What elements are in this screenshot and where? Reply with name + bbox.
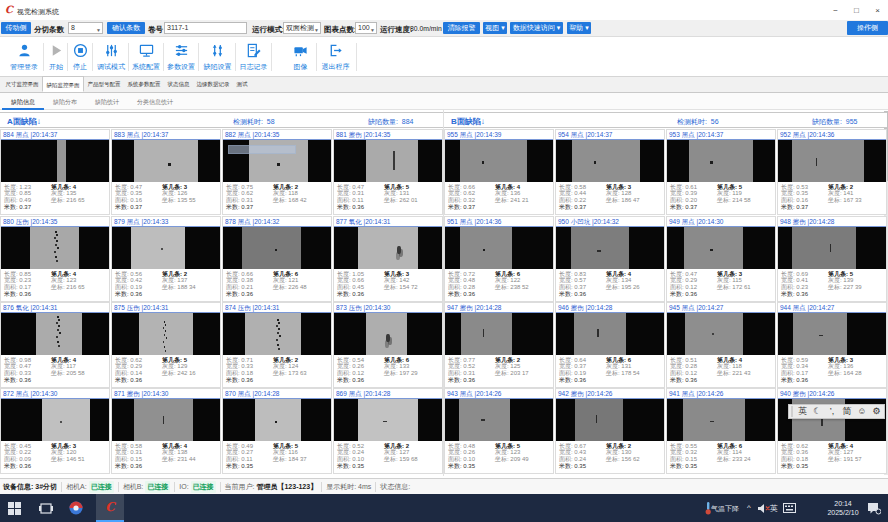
defect-card-945[interactable]: 945 黑点 |20:14:27长度: 0.51 宽度: 0.28 面积: 0.… (666, 302, 776, 388)
tab-6[interactable]: 测试 (233, 76, 251, 92)
defect-image[interactable] (1, 227, 109, 269)
action-exit[interactable]: 退出程序 (319, 42, 352, 72)
card-header[interactable]: 869 黑点 |20:14:28 (334, 389, 442, 399)
defect-image[interactable] (1, 140, 109, 182)
defect-card-871[interactable]: 871 擦伤 |20:14:30长度: 0.58 宽度: 0.31 面积: 0.… (111, 388, 221, 474)
card-header[interactable]: 948 擦伤 |20:14:28 (778, 217, 886, 227)
defect-card-951[interactable]: 951 黑点 |20:14:36长度: 0.72 宽度: 0.48 面积: 0.… (444, 216, 554, 302)
defect-image[interactable] (1, 399, 109, 441)
maximize-button[interactable]: □ (846, 4, 867, 17)
run-mode-select[interactable]: 双面检测▼ (283, 22, 321, 34)
defect-card-955[interactable]: 955 黑点 |20:14:39长度: 0.66 宽度: 0.62 面积: 0.… (444, 129, 554, 215)
defect-image[interactable] (445, 227, 553, 269)
card-header[interactable]: 873 压伤 |20:14:30 (334, 303, 442, 313)
action-monitor[interactable]: 系统配置 (130, 42, 162, 72)
view-button[interactable]: 视图 ▾ (483, 22, 507, 34)
tab-0[interactable]: 尺寸监控界面 (2, 76, 42, 92)
ime-language-indicator[interactable]: 英 (770, 503, 778, 514)
confirm-count-button[interactable]: 确认条数 (107, 22, 145, 34)
card-header[interactable]: 884 黑点 |20:14:37 (1, 130, 109, 140)
quick-access-button[interactable]: 数据快速访问 ▾ (510, 22, 563, 34)
defect-card-946[interactable]: 946 擦伤 |20:14:28长度: 0.64 宽度: 0.37 面积: 0.… (555, 302, 665, 388)
action-camera[interactable]: 图像 (287, 42, 314, 72)
card-header[interactable]: 947 擦伤 |20:14:28 (445, 303, 553, 313)
tab-3[interactable]: 系统参数配置 (124, 76, 164, 92)
card-header[interactable]: 879 黑点 |20:14:33 (112, 217, 220, 227)
card-header[interactable]: 872 黑点 |20:14:30 (1, 389, 109, 399)
action-defect[interactable]: 缺陷设置 (201, 42, 234, 72)
defect-card-942[interactable]: 942 擦伤 |20:14:26长度: 0.67 宽度: 0.43 面积: 0.… (555, 388, 665, 474)
card-header[interactable]: 878 黑点 |20:14:32 (223, 217, 331, 227)
defect-image[interactable] (445, 399, 553, 441)
clear-alarm-button[interactable]: 清除报警 (443, 22, 480, 34)
ime-lang-toggle[interactable]: 英 (795, 405, 810, 418)
defect-image[interactable] (556, 399, 664, 441)
ime-drag-handle[interactable] (791, 406, 793, 417)
defect-card-883[interactable]: 883 黑点 |20:14:37长度: 0.47 宽度: 0.35 面积: 0.… (111, 129, 221, 215)
defect-image[interactable] (334, 227, 442, 269)
card-header[interactable]: 874 压伤 |20:14:31 (223, 303, 331, 313)
defect-card-879[interactable]: 879 黑点 |20:14:33长度: 0.56 宽度: 0.42 面积: 0.… (111, 216, 221, 302)
ime-emoji-icon[interactable]: ☺ (854, 405, 869, 418)
card-header[interactable]: 876 氧化 |20:14:31 (1, 303, 109, 313)
taskbar-clock[interactable]: 20:14 2025/2/10 (826, 499, 860, 517)
card-header[interactable]: 943 黑点 |20:14:26 (445, 389, 553, 399)
defect-image[interactable] (334, 313, 442, 355)
card-header[interactable]: 955 黑点 |20:14:39 (445, 130, 553, 140)
defect-card-869[interactable]: 869 黑点 |20:14:28长度: 0.52 宽度: 0.24 面积: 0.… (333, 388, 443, 474)
card-header[interactable]: 951 黑点 |20:14:36 (445, 217, 553, 227)
roll-input[interactable]: 3117-1 (164, 22, 247, 34)
card-header[interactable]: 875 压伤 |20:14:31 (112, 303, 220, 313)
panel-title[interactable]: A面缺陷↓ (7, 116, 41, 127)
drive-side-button[interactable]: 传动侧 (1, 22, 31, 34)
card-header[interactable]: 941 黑点 |20:14:26 (667, 389, 775, 399)
defect-card-944[interactable]: 944 黑点 |20:14:27长度: 0.59 宽度: 0.34 面积: 0.… (777, 302, 887, 388)
card-header[interactable]: 944 黑点 |20:14:27 (778, 303, 886, 313)
card-header[interactable]: 946 擦伤 |20:14:28 (556, 303, 664, 313)
weather-text[interactable]: 气温下降 (711, 504, 739, 514)
subtab-3[interactable]: 分类信息统计 (128, 93, 182, 110)
card-header[interactable]: 949 黑点 |20:14:30 (667, 217, 775, 227)
action-play[interactable]: 开始 (45, 42, 67, 72)
action-log[interactable]: 日志记录 (237, 42, 270, 72)
defect-card-953[interactable]: 953 黑点 |20:14:37长度: 0.61 宽度: 0.39 面积: 0.… (666, 129, 776, 215)
action-user[interactable]: 管理登录 (4, 42, 44, 72)
card-header[interactable]: 877 氧化 |20:14:31 (334, 217, 442, 227)
defect-card-940[interactable]: 940 擦伤 |20:14:26长度: 0.62 宽度: 0.36 面积: 0.… (777, 388, 887, 474)
defect-card-872[interactable]: 872 黑点 |20:14:30长度: 0.45 宽度: 0.22 面积: 0.… (0, 388, 110, 474)
card-header[interactable]: 953 黑点 |20:14:37 (667, 130, 775, 140)
close-button[interactable]: × (867, 4, 888, 17)
strip-count-select[interactable]: 8▼ (68, 22, 103, 34)
defect-image[interactable] (112, 227, 220, 269)
defect-image[interactable] (667, 313, 775, 355)
defect-image[interactable] (445, 313, 553, 355)
card-header[interactable]: 880 压伤 |20:14:35 (1, 217, 109, 227)
card-header[interactable]: 954 黑点 |20:14:37 (556, 130, 664, 140)
defect-image[interactable] (667, 399, 775, 441)
ime-simplified-toggle[interactable]: 简 (839, 405, 854, 418)
card-header[interactable]: 883 黑点 |20:14:37 (112, 130, 220, 140)
action-debug[interactable]: 调试模式 (95, 42, 127, 72)
operator-side-button[interactable]: 操作侧 (847, 21, 888, 35)
defect-card-875[interactable]: 875 压伤 |20:14:31长度: 0.62 宽度: 0.29 面积: 0.… (111, 302, 221, 388)
defect-card-880[interactable]: 880 压伤 |20:14:35长度: 0.85 宽度: 0.23 面积: 0.… (0, 216, 110, 302)
defect-image[interactable] (778, 140, 886, 182)
ime-toolbar[interactable]: 英 ☾ ’, 简 ☺ ⚙ (788, 404, 885, 419)
tab-5[interactable]: 边缘数据记录 (193, 76, 233, 92)
defect-card-949[interactable]: 949 黑点 |20:14:30长度: 0.47 宽度: 0.29 面积: 0.… (666, 216, 776, 302)
touch-keyboard-icon[interactable] (781, 500, 797, 516)
help-button[interactable]: 帮助 ▾ (567, 22, 591, 34)
defect-image[interactable] (778, 227, 886, 269)
defect-card-870[interactable]: 870 黑点 |20:14:28长度: 0.49 宽度: 0.27 面积: 0.… (222, 388, 332, 474)
tray-expand-chevron[interactable]: ^ (747, 503, 751, 512)
tab-2[interactable]: 产品型号配置 (84, 76, 124, 92)
defect-image[interactable] (1, 313, 109, 355)
card-header[interactable]: 945 黑点 |20:14:27 (667, 303, 775, 313)
defect-image[interactable] (334, 399, 442, 441)
active-app-button[interactable]: C (96, 494, 124, 520)
defect-image[interactable] (223, 399, 331, 441)
defect-image[interactable] (667, 140, 775, 182)
defect-card-952[interactable]: 952 黑点 |20:14:36长度: 0.53 宽度: 0.35 面积: 0.… (777, 129, 887, 215)
card-header[interactable]: 952 黑点 |20:14:36 (778, 130, 886, 140)
card-header[interactable]: 950 小凹坑 |20:14:32 (556, 217, 664, 227)
